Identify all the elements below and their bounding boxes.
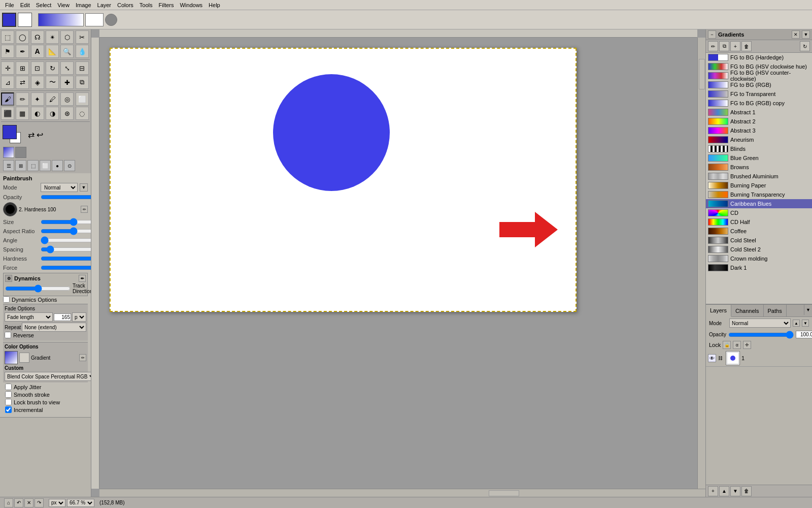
tool-flip[interactable]: ⇄ <box>16 76 29 89</box>
pattern-btn[interactable] <box>15 147 26 158</box>
zoom-select[interactable]: px % <box>49 499 65 507</box>
menu-colors[interactable]: Colors <box>114 2 137 8</box>
extra-icon-3[interactable]: ⬚ <box>27 160 39 171</box>
aspect-ratio-slider[interactable] <box>41 228 91 234</box>
menu-filters[interactable]: Filters <box>156 2 177 8</box>
tab-channels[interactable]: Channels <box>731 305 763 316</box>
incremental-checkbox[interactable] <box>5 406 12 413</box>
tool-warp[interactable]: 〜 <box>46 76 59 89</box>
status-refresh-btn[interactable]: ↷ <box>35 498 44 507</box>
dynamics-options-checkbox[interactable] <box>3 296 10 303</box>
raise-layer-btn[interactable]: ▲ <box>719 486 729 496</box>
lower-layer-btn[interactable]: ▼ <box>730 486 740 496</box>
extra-icon-1[interactable]: ☰ <box>3 160 14 171</box>
extra-icon-2[interactable]: ⊞ <box>15 160 26 171</box>
menu-edit[interactable]: Edit <box>17 2 33 8</box>
gradient-item-blue-green[interactable]: Blue Green <box>706 153 812 163</box>
background-color[interactable] <box>18 13 32 27</box>
tool-mypaint[interactable]: ◎ <box>60 92 74 106</box>
lock-move-btn[interactable]: ✛ <box>743 341 751 349</box>
tab-paths[interactable]: Paths <box>764 305 787 316</box>
tool-select-by-color[interactable]: ⬡ <box>60 30 74 44</box>
reset-colors-icon[interactable]: ↩ <box>37 130 43 140</box>
gradient-item-fg-bg-hsv-ccw[interactable]: FG to BG (HSV counter-clockwise) <box>706 71 812 80</box>
force-slider[interactable] <box>41 265 91 271</box>
gradient-item-cd-half[interactable]: CD Half <box>706 217 812 227</box>
tool-color-picker[interactable]: 💧 <box>76 45 89 58</box>
gradient-mode-btn[interactable] <box>3 147 14 158</box>
menu-layer[interactable]: Layer <box>94 2 115 8</box>
gradient-item-coffee[interactable]: Coffee <box>706 227 812 236</box>
tool-fuzzy-select[interactable]: ✴ <box>46 30 59 44</box>
gradient-item-fg-bg-hard[interactable]: FG to BG (Hardedge) <box>706 53 812 62</box>
gradient-delete-action[interactable]: 🗑 <box>741 41 752 51</box>
mode-extra-btn[interactable]: ▼ <box>80 183 88 192</box>
extra-icon-4[interactable]: ⬜ <box>40 160 51 171</box>
gradient-item-cold-steel[interactable]: Cold Steel <box>706 236 812 245</box>
extra-icon-5[interactable]: ● <box>52 160 63 171</box>
status-back-btn[interactable]: ↶ <box>14 498 23 507</box>
gradient-item-cd[interactable]: CD <box>706 208 812 217</box>
menu-help[interactable]: Help <box>206 2 223 8</box>
gradient-edit-action[interactable]: ✏ <box>708 41 718 51</box>
reverse-checkbox[interactable] <box>5 332 11 338</box>
opacity-slider[interactable] <box>41 194 91 200</box>
tool-free-select[interactable]: ☊ <box>31 30 44 44</box>
gradient-item-cold-steel2[interactable]: Cold Steel 2 <box>706 245 812 254</box>
hscroll[interactable] <box>99 489 705 497</box>
spacing-slider[interactable] <box>41 246 91 252</box>
gradient-item-aneurism[interactable]: Aneurism <box>706 135 812 144</box>
layer-visibility-toggle[interactable]: 👁 <box>708 354 716 362</box>
lock-brush-checkbox[interactable] <box>5 399 12 405</box>
tool-scale[interactable]: ⤡ <box>60 61 74 75</box>
hardness-slider[interactable] <box>41 256 91 262</box>
layers-opacity-slider[interactable] <box>728 332 794 338</box>
menu-select[interactable]: Select <box>33 2 55 8</box>
status-close-btn[interactable]: ✕ <box>24 498 33 507</box>
lock-alpha-btn[interactable]: α <box>733 341 741 349</box>
gradient-list-minimize[interactable]: − <box>708 30 716 39</box>
gradient-copy-action[interactable]: ⧉ <box>719 41 729 51</box>
canvas-document[interactable] <box>110 48 577 312</box>
gradient-item-burning-paper[interactable]: Burning Paper <box>706 181 812 190</box>
gradient-item-abstract2[interactable]: Abstract 2 <box>706 117 812 126</box>
tool-crop[interactable]: ⊡ <box>31 61 44 75</box>
gradient-preview-toolbar[interactable] <box>38 13 84 26</box>
zoom-percent-select[interactable]: 66.7 % <box>67 499 94 507</box>
status-home-btn[interactable]: ⌂ <box>4 498 13 507</box>
foreground-color[interactable] <box>2 13 16 27</box>
gradient-new-action[interactable]: + <box>730 41 740 51</box>
brush-preview[interactable] <box>3 202 17 216</box>
tool-blur[interactable]: ◌ <box>76 107 89 120</box>
gradient-item-browns[interactable]: Browns <box>706 163 812 172</box>
tool-smudge[interactable]: ⊛ <box>60 107 74 120</box>
gradient-item-brushed-al[interactable]: Brushed Aluminium <box>706 172 812 181</box>
smooth-stroke-checkbox[interactable] <box>5 391 12 398</box>
menu-windows[interactable]: Windows <box>177 2 206 8</box>
dynamics-track-slider[interactable] <box>5 285 71 292</box>
gradient-list-close[interactable]: ✕ <box>792 30 800 39</box>
tool-perspective[interactable]: ⊿ <box>1 76 14 89</box>
tool-ink[interactable]: 🖊 <box>46 92 59 106</box>
vscroll[interactable] <box>697 38 705 489</box>
menu-image[interactable]: Image <box>73 2 94 8</box>
fade-value-input[interactable] <box>54 313 71 321</box>
layers-mode-down[interactable]: ▼ <box>802 320 809 327</box>
foreground-swatch[interactable] <box>3 125 17 139</box>
layers-mode-up[interactable]: ▲ <box>793 320 800 327</box>
canvas-wrapper[interactable] <box>99 38 705 489</box>
tool-zoom[interactable]: 🔍 <box>60 45 74 58</box>
fade-unit-select[interactable]: px <box>72 312 86 322</box>
delete-layer-btn[interactable]: 🗑 <box>741 486 752 496</box>
vscroll-thumb[interactable] <box>699 59 705 89</box>
tool-scissors[interactable]: ✂ <box>76 30 89 44</box>
tool-ellipse-select[interactable]: ◯ <box>16 30 29 44</box>
tool-foreground-select[interactable]: ⚑ <box>1 45 14 58</box>
gradient-item-burning-trans[interactable]: Burning Transparency <box>706 190 812 199</box>
tool-dodge[interactable]: ◐ <box>31 107 44 120</box>
blend-space-select[interactable]: Blend Color Space Perceptual RGB <box>5 372 91 381</box>
gradient-swatch-color-opt[interactable] <box>5 351 18 364</box>
fade-type-select[interactable]: Fade length <box>5 312 53 322</box>
tab-layers[interactable]: Layers <box>706 305 731 317</box>
tool-rotate[interactable]: ↻ <box>46 61 59 75</box>
